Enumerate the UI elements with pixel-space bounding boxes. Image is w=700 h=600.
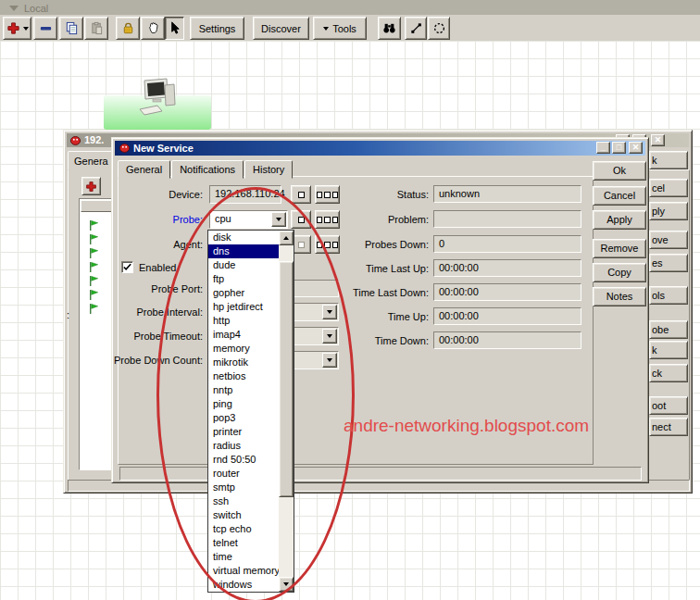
clipped-button-label: cel bbox=[652, 182, 665, 194]
probe-option[interactable]: telnet bbox=[208, 536, 279, 550]
probe-option-label: netbios bbox=[213, 370, 245, 381]
dialog-button[interactable]: Apply bbox=[593, 210, 646, 230]
status-row: Time Down: 00:00:00 bbox=[112, 331, 586, 350]
chevron-up-icon bbox=[283, 236, 289, 240]
probe-option[interactable]: imap4 bbox=[208, 328, 279, 342]
dialog-button[interactable]: Cancel bbox=[593, 186, 646, 206]
status-row: Time Up: 00:00:00 bbox=[112, 307, 586, 326]
clipped-side-button[interactable]: oot bbox=[649, 396, 688, 415]
probe-option-label: tcp echo bbox=[213, 523, 252, 534]
paste-button[interactable] bbox=[84, 17, 108, 40]
find-button[interactable] bbox=[378, 17, 401, 40]
probe-option[interactable]: nntp bbox=[208, 383, 279, 397]
probe-option[interactable]: pop3 bbox=[208, 411, 279, 425]
probe-option[interactable]: radius bbox=[208, 439, 279, 453]
ring-tool-button[interactable] bbox=[428, 17, 450, 40]
scrollbar-thumb[interactable] bbox=[279, 261, 294, 497]
combo-arrow-button[interactable] bbox=[322, 353, 337, 368]
probe-option[interactable]: switch bbox=[208, 508, 279, 522]
probe-option[interactable]: time bbox=[208, 550, 279, 564]
probe-option[interactable]: ping bbox=[208, 397, 279, 411]
remove-button[interactable] bbox=[33, 17, 57, 40]
scroll-down-button[interactable] bbox=[279, 577, 294, 592]
status-value-text: 00:00:00 bbox=[439, 310, 479, 321]
tools-button[interactable]: Tools bbox=[313, 17, 367, 40]
dialog-titlebar[interactable]: New Service _ □ ✕ bbox=[115, 141, 645, 156]
probe-option[interactable]: ssh bbox=[208, 494, 279, 508]
probe-option-label: dude bbox=[213, 259, 235, 270]
add-service-button[interactable] bbox=[81, 177, 101, 195]
probe-option[interactable]: rnd 50:50 bbox=[208, 453, 279, 467]
probe-option[interactable]: printer bbox=[208, 425, 279, 439]
probe-option[interactable]: http bbox=[208, 314, 279, 328]
probe-option[interactable]: ftp bbox=[208, 272, 279, 286]
dialog-tab[interactable]: Notifications bbox=[171, 160, 244, 179]
maximize-button[interactable]: □ bbox=[612, 142, 626, 154]
clipped-side-button[interactable]: obe bbox=[649, 320, 688, 339]
green-flag-icon bbox=[89, 275, 99, 287]
clipped-side-button[interactable]: ove bbox=[649, 231, 688, 249]
probe-option-label: virtual memory bbox=[213, 565, 279, 576]
map-panel-header[interactable]: Local bbox=[0, 0, 700, 15]
dialog-tab[interactable]: History bbox=[244, 160, 293, 179]
probe-option[interactable]: hp jetdirect bbox=[208, 300, 279, 314]
status-row-label: Status: bbox=[327, 189, 429, 200]
probe-option[interactable]: mikrotik bbox=[208, 356, 279, 369]
probe-option[interactable]: virtual memory bbox=[208, 564, 279, 578]
minimize-button[interactable]: _ bbox=[596, 142, 610, 154]
add-button[interactable] bbox=[3, 17, 31, 40]
clipped-side-button[interactable]: nect bbox=[649, 418, 688, 436]
close-button[interactable]: ✕ bbox=[629, 142, 643, 154]
probe-down-count-label: Probe Down Count: bbox=[114, 355, 203, 366]
pan-button[interactable] bbox=[141, 17, 165, 40]
probe-option[interactable]: gopher bbox=[208, 286, 279, 300]
device-node[interactable] bbox=[104, 95, 211, 130]
probe-option[interactable]: memory bbox=[208, 342, 279, 356]
device-window-tab-general[interactable]: Genera bbox=[68, 151, 114, 170]
probe-option[interactable]: dude bbox=[208, 258, 279, 272]
lock-button[interactable] bbox=[116, 17, 140, 40]
discover-button[interactable]: Discover bbox=[253, 17, 309, 40]
clipped-side-button[interactable]: es bbox=[649, 254, 688, 272]
probe-option[interactable]: netbios bbox=[208, 369, 279, 383]
status-row-value bbox=[433, 210, 581, 228]
close-button[interactable]: ✕ bbox=[651, 134, 665, 146]
dialog-button[interactable]: Remove bbox=[593, 239, 646, 258]
dialog-tab[interactable]: General bbox=[118, 160, 170, 179]
device-window-title: 192. bbox=[84, 134, 104, 145]
probe-option[interactable]: router bbox=[208, 467, 279, 481]
probe-option-label: smtp bbox=[213, 481, 235, 493]
clipped-side-button[interactable]: ols bbox=[649, 286, 688, 305]
lock-icon bbox=[121, 21, 135, 35]
copy-button[interactable] bbox=[59, 17, 83, 40]
probe-option[interactable]: windows bbox=[208, 578, 279, 592]
link-icon bbox=[409, 21, 423, 35]
clipped-side-button[interactable]: ck bbox=[649, 364, 688, 382]
clipped-side-button[interactable]: cel bbox=[649, 179, 688, 197]
select-button[interactable] bbox=[165, 17, 184, 40]
scroll-up-button[interactable] bbox=[279, 231, 294, 245]
status-row-label: Time Last Down: bbox=[327, 287, 429, 298]
probe-option[interactable]: dns bbox=[208, 244, 279, 258]
dialog-button-label: Ok bbox=[613, 165, 626, 176]
link-tool-button[interactable] bbox=[405, 17, 427, 40]
probe-option-label: time bbox=[213, 551, 232, 562]
probe-option[interactable]: smtp bbox=[208, 481, 279, 494]
settings-button[interactable]: Settings bbox=[190, 17, 244, 40]
clipped-side-button[interactable]: k bbox=[649, 341, 688, 359]
status-value-text: 00:00:00 bbox=[439, 286, 479, 297]
dropdown-scrollbar[interactable] bbox=[279, 231, 294, 592]
chevron-down-icon bbox=[327, 358, 332, 362]
dialog-button[interactable]: Ok bbox=[593, 161, 646, 181]
clipped-side-button[interactable]: k bbox=[649, 151, 688, 169]
tab-label: General bbox=[126, 164, 162, 175]
clipped-side-button[interactable]: ply bbox=[649, 202, 688, 220]
dialog-button-label: Copy bbox=[607, 267, 631, 278]
dialog-button[interactable]: Copy bbox=[593, 263, 646, 282]
probe-option[interactable]: tcp echo bbox=[208, 522, 279, 536]
dialog-button[interactable]: Notes bbox=[593, 287, 646, 306]
row-marker: : bbox=[67, 309, 69, 320]
dialog-title: New Service bbox=[133, 143, 194, 154]
green-flag-icon bbox=[89, 289, 99, 301]
probe-option[interactable]: disk bbox=[208, 231, 279, 244]
